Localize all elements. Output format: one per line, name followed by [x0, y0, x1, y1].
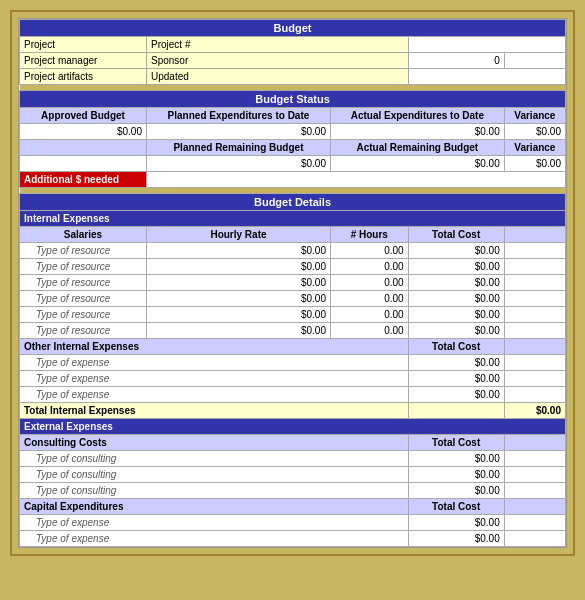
actual-val[interactable]: $0.00 — [330, 124, 504, 140]
resource-name-5[interactable]: Type of resource — [20, 307, 147, 323]
other-expense-name-2[interactable]: Type of expense — [20, 371, 409, 387]
consulting-name-3[interactable]: Type of consulting — [20, 483, 409, 499]
budget-title: Budget — [20, 20, 566, 37]
other-internal-total-header: Total Cost — [408, 339, 504, 355]
consulting-extra — [504, 435, 565, 451]
approved-budget-header: Approved Budget — [20, 108, 147, 124]
other-expense-cost-3[interactable]: $0.00 — [408, 387, 504, 403]
resource-cost-3[interactable]: $0.00 — [408, 275, 504, 291]
resource-hours-5[interactable]: 0.00 — [330, 307, 408, 323]
additional-needed: Additional $ needed — [20, 172, 147, 188]
capital-total-header: Total Cost — [408, 499, 504, 515]
resource-hours-3[interactable]: 0.00 — [330, 275, 408, 291]
project-num-value[interactable] — [408, 37, 565, 53]
project-artifacts-label: Project artifacts — [20, 69, 147, 85]
resource-row-6: Type of resource $0.00 0.00 $0.00 — [20, 323, 566, 339]
resource-cost-2[interactable]: $0.00 — [408, 259, 504, 275]
resource-extra-2 — [504, 259, 565, 275]
project-label: Project — [20, 37, 147, 53]
capital-extra — [504, 499, 565, 515]
budget-status-title: Budget Status — [20, 91, 566, 108]
consulting-extra-1 — [504, 451, 565, 467]
planned-rem-val[interactable]: $0.00 — [146, 156, 330, 172]
resource-name-2[interactable]: Type of resource — [20, 259, 147, 275]
resource-name-6[interactable]: Type of resource — [20, 323, 147, 339]
other-expense-row-1: Type of expense $0.00 — [20, 355, 566, 371]
variance2-header: Variance — [504, 140, 565, 156]
project-manager-label: Project manager — [20, 53, 147, 69]
resource-hours-2[interactable]: 0.00 — [330, 259, 408, 275]
consulting-name-2[interactable]: Type of consulting — [20, 467, 409, 483]
resource-extra-5 — [504, 307, 565, 323]
capital-cost-2[interactable]: $0.00 — [408, 531, 504, 547]
num-hours-header: # Hours — [330, 227, 408, 243]
sponsor-value[interactable]: 0 — [408, 53, 504, 69]
total-internal-empty — [408, 403, 504, 419]
capital-extra-2 — [504, 531, 565, 547]
other-expense-cost-1[interactable]: $0.00 — [408, 355, 504, 371]
other-expense-name-3[interactable]: Type of expense — [20, 387, 409, 403]
updated-label: Updated — [146, 69, 408, 85]
project-num-label: Project # — [146, 37, 408, 53]
capital-name-2[interactable]: Type of expense — [20, 531, 409, 547]
sponsor-value2[interactable] — [504, 53, 565, 69]
resource-hours-6[interactable]: 0.00 — [330, 323, 408, 339]
resource-cost-6[interactable]: $0.00 — [408, 323, 504, 339]
resource-rate-6[interactable]: $0.00 — [146, 323, 330, 339]
capital-row-1: Type of expense $0.00 — [20, 515, 566, 531]
capital-name-1[interactable]: Type of expense — [20, 515, 409, 531]
resource-rate-5[interactable]: $0.00 — [146, 307, 330, 323]
resource-rate-1[interactable]: $0.00 — [146, 243, 330, 259]
resource-name-4[interactable]: Type of resource — [20, 291, 147, 307]
salaries-header: Salaries — [20, 227, 147, 243]
resource-row-2: Type of resource $0.00 0.00 $0.00 — [20, 259, 566, 275]
budget-details-title: Budget Details — [20, 194, 566, 211]
consulting-cost-3[interactable]: $0.00 — [408, 483, 504, 499]
consulting-cost-2[interactable]: $0.00 — [408, 467, 504, 483]
resource-extra-1 — [504, 243, 565, 259]
resource-name-3[interactable]: Type of resource — [20, 275, 147, 291]
approved-val[interactable]: $0.00 — [20, 124, 147, 140]
other-internal-header: Other Internal Expenses — [20, 339, 409, 355]
resource-extra-4 — [504, 291, 565, 307]
resource-row-3: Type of resource $0.00 0.00 $0.00 — [20, 275, 566, 291]
resource-extra-3 — [504, 275, 565, 291]
actual-rem-val[interactable]: $0.00 — [330, 156, 504, 172]
other-expense-extra-2 — [504, 371, 565, 387]
other-expense-cost-2[interactable]: $0.00 — [408, 371, 504, 387]
consulting-cost-1[interactable]: $0.00 — [408, 451, 504, 467]
consulting-total-header: Total Cost — [408, 435, 504, 451]
resource-cost-4[interactable]: $0.00 — [408, 291, 504, 307]
capital-exp-header: Capital Expenditures — [20, 499, 409, 515]
capital-row-2: Type of expense $0.00 — [20, 531, 566, 547]
resource-hours-4[interactable]: 0.00 — [330, 291, 408, 307]
resource-extra-6 — [504, 323, 565, 339]
other-expense-name-1[interactable]: Type of expense — [20, 355, 409, 371]
total-internal-val[interactable]: $0.00 — [504, 403, 565, 419]
actual-remaining-header: Actual Remaining Budget — [330, 140, 504, 156]
resource-hours-1[interactable]: 0.00 — [330, 243, 408, 259]
consulting-name-1[interactable]: Type of consulting — [20, 451, 409, 467]
variance-header: Variance — [504, 108, 565, 124]
additional-val[interactable] — [146, 172, 565, 188]
empty-approved — [20, 140, 147, 156]
consulting-row-3: Type of consulting $0.00 — [20, 483, 566, 499]
updated-value[interactable] — [408, 69, 565, 85]
planned-val[interactable]: $0.00 — [146, 124, 330, 140]
resource-cost-5[interactable]: $0.00 — [408, 307, 504, 323]
external-expenses-header: External Expenses — [20, 419, 566, 435]
resource-rate-3[interactable]: $0.00 — [146, 275, 330, 291]
resource-cost-1[interactable]: $0.00 — [408, 243, 504, 259]
sponsor-label: Sponsor — [146, 53, 408, 69]
other-expense-extra-1 — [504, 355, 565, 371]
resource-row-1: Type of resource $0.00 0.00 $0.00 — [20, 243, 566, 259]
consulting-row-2: Type of consulting $0.00 — [20, 467, 566, 483]
variance-val[interactable]: $0.00 — [504, 124, 565, 140]
resource-name-1[interactable]: Type of resource — [20, 243, 147, 259]
capital-cost-1[interactable]: $0.00 — [408, 515, 504, 531]
resource-rate-4[interactable]: $0.00 — [146, 291, 330, 307]
variance2-val[interactable]: $0.00 — [504, 156, 565, 172]
resource-rate-2[interactable]: $0.00 — [146, 259, 330, 275]
capital-extra-1 — [504, 515, 565, 531]
consulting-row-1: Type of consulting $0.00 — [20, 451, 566, 467]
